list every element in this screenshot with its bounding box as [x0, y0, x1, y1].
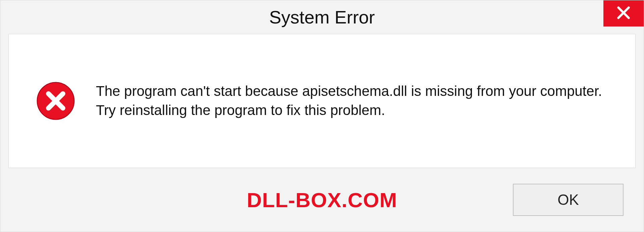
close-icon [616, 5, 631, 21]
close-button[interactable] [603, 0, 644, 26]
titlebar: System Error [0, 0, 644, 34]
error-icon [36, 81, 76, 121]
content-area: The program can't start because apisetsc… [8, 34, 636, 168]
dialog-footer: DLL-BOX.COM OK [0, 168, 644, 232]
dialog-title: System Error [269, 7, 375, 27]
watermark-text: DLL-BOX.COM [247, 188, 397, 212]
error-message: The program can't start because apisetsc… [96, 82, 615, 120]
system-error-dialog: System Error The program can't start bec… [0, 0, 644, 232]
ok-button-label: OK [557, 191, 579, 208]
ok-button[interactable]: OK [513, 184, 624, 216]
